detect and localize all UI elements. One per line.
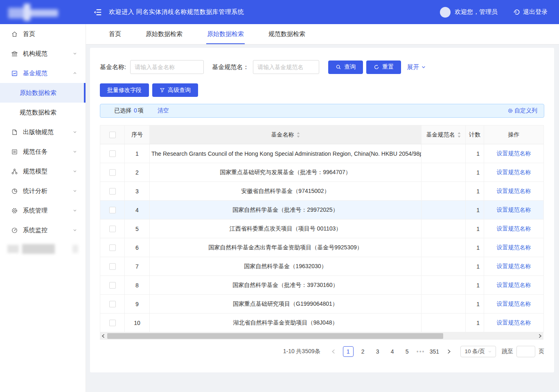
select-all-checkbox[interactable]: [109, 132, 116, 138]
page-button-1[interactable]: 1: [343, 346, 354, 357]
sidebar-item-raw-data-search[interactable]: 原始数据检索: [0, 83, 86, 103]
fund-name-input[interactable]: [130, 60, 204, 74]
scrollbar-track[interactable]: [106, 332, 537, 340]
set-norm-name-link[interactable]: 设置规范名称: [497, 188, 531, 194]
set-norm-name-link[interactable]: 设置规范名称: [497, 282, 531, 288]
sidebar-item-norm-data-search[interactable]: 规范数据检索: [0, 103, 86, 122]
set-norm-name-link[interactable]: 设置规范名称: [497, 244, 531, 251]
row-index-cell: 7: [125, 257, 150, 276]
clear-selection-link[interactable]: 清空: [158, 107, 169, 114]
row-checkbox[interactable]: [109, 226, 116, 232]
customize-columns-link[interactable]: 自定义列: [507, 107, 537, 114]
file-icon: [11, 129, 18, 136]
count-cell: 1: [466, 182, 484, 201]
fund-name-cell: 国家自然科学基金杰出青年基金资助项目（基金号9925309）: [150, 238, 422, 257]
page-button-2[interactable]: 2: [358, 346, 368, 357]
page-button-last[interactable]: 351: [429, 346, 440, 357]
set-norm-name-link[interactable]: 设置规范名称: [497, 206, 531, 213]
logout-button[interactable]: 退出登录: [513, 8, 548, 16]
batch-edit-button[interactable]: 批量修改字段: [100, 83, 149, 97]
sidebar-item-statistics[interactable]: 统计分析: [0, 181, 86, 201]
chevron-up-icon: [72, 71, 77, 76]
set-norm-name-link[interactable]: 设置规范名称: [497, 169, 531, 175]
scroll-left-arrow[interactable]: [100, 332, 106, 340]
page-size-select[interactable]: 10 条/页: [460, 346, 496, 357]
selected-count: 0: [134, 107, 137, 114]
expand-link[interactable]: 展开: [407, 63, 426, 71]
data-table: 序号 基金名称 基金规范名 计数: [100, 125, 544, 340]
sidebar-item-system-monitor[interactable]: 系统监控: [0, 220, 86, 240]
page-title: 欢迎进入 同名实体消歧名称规范数据库管理系统: [109, 8, 244, 16]
set-norm-name-link[interactable]: 设置规范名称: [497, 150, 531, 157]
action-row: 批量修改字段 高级查询: [100, 83, 544, 97]
sort-icons[interactable]: [297, 132, 300, 138]
sidebar-item-institution-norm[interactable]: 机构规范: [0, 44, 86, 63]
action-cell: 设置规范名称: [484, 276, 544, 295]
action-cell: 设置规范名称: [484, 163, 544, 182]
sidebar-item-norm-task[interactable]: 规范任务: [0, 142, 86, 161]
table-row: 7 国家自然科学基金（19632030） 1 设置规范名称: [100, 257, 544, 276]
selected-prefix: 已选择: [114, 107, 131, 114]
fund-norm-input[interactable]: [253, 60, 319, 74]
tab-bar: 首页 原始数据检索 原始数据检索 规范数据检索: [86, 24, 559, 45]
page-button-5[interactable]: 5: [402, 346, 412, 357]
bank-icon: [11, 50, 18, 57]
row-checkbox[interactable]: [109, 301, 116, 307]
set-norm-name-link[interactable]: 设置规范名称: [497, 263, 531, 269]
model-nodes-icon: [11, 168, 18, 175]
menu-fold-icon[interactable]: [93, 8, 102, 17]
chevron-down-icon: [72, 188, 77, 193]
prev-page-button[interactable]: [328, 346, 339, 357]
row-select-cell: [100, 238, 125, 257]
fund-norm-label: 基金规范名：: [212, 63, 249, 71]
scroll-right-arrow[interactable]: [537, 332, 543, 340]
sidebar-item-system-management[interactable]: 系统管理: [0, 201, 86, 220]
tab-raw-data-search-1[interactable]: 原始数据检索: [133, 24, 195, 44]
row-checkbox[interactable]: [109, 150, 116, 157]
chevron-down-icon: [72, 228, 77, 233]
page-ellipsis[interactable]: •••: [417, 348, 425, 355]
pie-chart-icon: [11, 188, 18, 195]
page-button-4[interactable]: 4: [387, 346, 398, 357]
set-norm-name-link[interactable]: 设置规范名称: [497, 300, 531, 307]
set-norm-name-link[interactable]: 设置规范名称: [497, 225, 531, 232]
action-cell: 设置规范名称: [484, 220, 544, 238]
action-cell: 设置规范名称: [484, 144, 544, 163]
query-button[interactable]: 查询: [328, 60, 363, 74]
selection-bar: 已选择 0项 清空 自定义列: [100, 104, 544, 118]
next-page-button[interactable]: [444, 346, 454, 357]
home-icon: [11, 31, 18, 38]
reset-button[interactable]: 重置: [366, 60, 401, 74]
row-select-cell: [100, 295, 125, 314]
action-header: 操作: [484, 125, 544, 144]
welcome-text: 欢迎您，管理员: [455, 8, 498, 16]
sort-icons[interactable]: [458, 132, 461, 138]
tab-norm-data-search[interactable]: 规范数据检索: [256, 24, 318, 44]
scrollbar-thumb[interactable]: [107, 333, 443, 339]
tab-home[interactable]: 首页: [97, 24, 133, 44]
sidebar-item-publication-norm[interactable]: 出版物规范: [0, 122, 86, 142]
avatar: [440, 7, 451, 18]
advanced-query-button[interactable]: 高级查询: [152, 83, 198, 97]
jump-page-input[interactable]: [516, 346, 535, 357]
row-checkbox[interactable]: [109, 263, 116, 270]
row-checkbox[interactable]: [109, 169, 116, 176]
dashboard-icon: [11, 227, 18, 234]
sidebar-item-home[interactable]: 首页: [0, 24, 86, 44]
row-checkbox[interactable]: [109, 188, 116, 195]
gear-icon: [11, 207, 18, 214]
row-checkbox[interactable]: [109, 320, 116, 326]
row-select-cell: [100, 220, 125, 238]
row-checkbox[interactable]: [109, 282, 116, 289]
fund-name-label: 基金名称:: [100, 63, 126, 71]
set-norm-name-link[interactable]: 设置规范名称: [497, 319, 531, 326]
row-select-cell: [100, 257, 125, 276]
sidebar-item-norm-model[interactable]: 规范模型: [0, 161, 86, 181]
row-checkbox[interactable]: [109, 207, 116, 213]
page-button-3[interactable]: 3: [372, 346, 383, 357]
count-cell: 1: [466, 163, 484, 182]
filter-icon: [160, 87, 165, 93]
tab-raw-data-search-2[interactable]: 原始数据检索: [195, 24, 256, 44]
sidebar-item-fund-norm[interactable]: 基金规范: [0, 63, 86, 83]
row-checkbox[interactable]: [109, 244, 116, 251]
